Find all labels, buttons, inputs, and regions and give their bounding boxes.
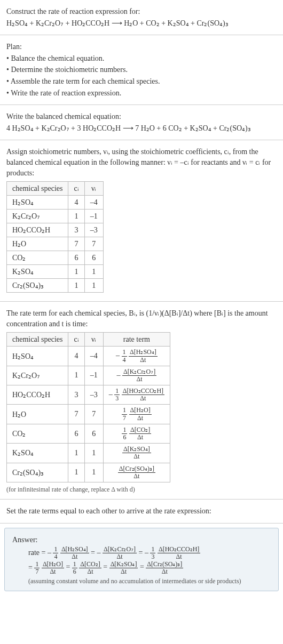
final-title: Set the rate terms equal to each other t… — [6, 506, 277, 517]
cell-species: Cr₂(SO₄)₃ — [7, 279, 68, 293]
cell-c: 6 — [68, 251, 84, 265]
table-row: Cr₂(SO₄)₃11Δ[Cr₂(SO₄)₃]Δt — [7, 463, 170, 482]
cell-v: –4 — [84, 347, 103, 366]
table-row: K₂Cr₂O₇1–1 — [7, 210, 104, 223]
header-equation: H₂SO₄ + K₂Cr₂O₇ + HO₂CCO₂H ⟶ H₂O + CO₂ +… — [6, 18, 277, 29]
cell-species: HO₂CCO₂H — [7, 223, 68, 237]
cell-c: 3 — [68, 385, 84, 405]
cell-v: 6 — [84, 251, 103, 265]
cell-c: 1 — [68, 279, 84, 293]
cell-c: 1 — [68, 366, 84, 385]
table-row: H₂SO₄4–4 — [7, 196, 104, 210]
answer-label: Answer: — [12, 535, 271, 545]
table-header-row: chemical species cᵢ νᵢ — [7, 182, 104, 196]
cell-c: 3 — [68, 223, 84, 237]
table-header-row: chemical species cᵢ νᵢ rate term — [7, 333, 170, 347]
cell-species: H₂SO₄ — [7, 196, 68, 210]
col-species: chemical species — [7, 182, 68, 196]
cell-v: 1 — [84, 463, 103, 482]
table-row: HO₂CCO₂H3–3– 13 Δ[HO₂CCO₂H]Δt — [7, 385, 170, 405]
cell-species: Cr₂(SO₄)₃ — [7, 463, 68, 482]
rateterm-note: (for infinitesimal rate of change, repla… — [6, 486, 277, 494]
rate-prefix: rate = — [28, 549, 45, 557]
header-section: Construct the rate of reaction expressio… — [0, 0, 283, 35]
answer-box: Answer: rate = – 14 Δ[H₂SO₄]Δt = – Δ[K₂C… — [4, 528, 279, 591]
cell-c: 4 — [68, 347, 84, 366]
table-row: K₂SO₄11Δ[K₂SO₄]Δt — [7, 444, 170, 463]
cell-species: K₂Cr₂O₇ — [7, 366, 68, 385]
cell-species: H₂O — [7, 405, 68, 424]
col-v: νᵢ — [84, 333, 103, 347]
cell-v: –3 — [84, 385, 103, 405]
rateterm-section: The rate term for each chemical species,… — [0, 302, 283, 500]
cell-species: HO₂CCO₂H — [7, 385, 68, 405]
col-rate: rate term — [103, 333, 170, 347]
stoich-intro: Assign stoichiometric numbers, νᵢ, using… — [6, 147, 277, 178]
cell-v: 1 — [84, 265, 103, 279]
answer-expression-line2: = 17 Δ[H₂O]Δt = 16 Δ[CO₂]Δt = Δ[K₂SO₄]Δt… — [12, 561, 271, 575]
stoich-table: chemical species cᵢ νᵢ H₂SO₄4–4K₂Cr₂O₇1–… — [6, 181, 104, 293]
cell-v: –1 — [84, 366, 103, 385]
table-row: HO₂CCO₂H3–3 — [7, 223, 104, 237]
cell-species: H₂O — [7, 237, 68, 251]
cell-c: 6 — [68, 424, 84, 443]
cell-species: CO₂ — [7, 251, 68, 265]
col-species: chemical species — [7, 333, 68, 347]
cell-c: 7 — [68, 237, 84, 251]
table-row: CO₂6616 Δ[CO₂]Δt — [7, 424, 170, 443]
plan-title: Plan: — [6, 42, 277, 52]
plan-section: Plan: • Balance the chemical equation. •… — [0, 35, 283, 105]
balanced-section: Write the balanced chemical equation: 4 … — [0, 105, 283, 140]
eq-sign: = — [28, 563, 33, 571]
cell-rate-term: – 13 Δ[HO₂CCO₂H]Δt — [103, 385, 170, 405]
cell-v: –3 — [84, 223, 103, 237]
final-section: Set the rate terms equal to each other t… — [0, 500, 283, 524]
table-row: H₂O77 — [7, 237, 104, 251]
table-row: CO₂66 — [7, 251, 104, 265]
table-row: K₂SO₄11 — [7, 265, 104, 279]
cell-rate-term: 17 Δ[H₂O]Δt — [103, 405, 170, 424]
balanced-title: Write the balanced chemical equation: — [6, 111, 277, 122]
col-c: cᵢ — [68, 333, 84, 347]
col-c: cᵢ — [68, 182, 84, 196]
cell-rate-term: Δ[K₂SO₄]Δt — [103, 444, 170, 463]
cell-c: 1 — [68, 265, 84, 279]
header-title: Construct the rate of reaction expressio… — [6, 6, 277, 17]
rateterm-intro: The rate term for each chemical species,… — [6, 308, 277, 329]
plan-item: • Determine the stoichiometric numbers. — [6, 65, 277, 75]
plan-item: • Balance the chemical equation. — [6, 53, 277, 64]
cell-c: 1 — [68, 210, 84, 223]
cell-v: 7 — [84, 405, 103, 424]
answer-note: (assuming constant volume and no accumul… — [12, 577, 271, 585]
plan-item: • Write the rate of reaction expression. — [6, 88, 277, 99]
cell-species: K₂Cr₂O₇ — [7, 210, 68, 223]
balanced-equation: 4 H₂SO₄ + K₂Cr₂O₇ + 3 HO₂CCO₂H ⟶ 7 H₂O +… — [6, 123, 277, 134]
answer-expression: rate = – 14 Δ[H₂SO₄]Δt = – Δ[K₂Cr₂O₇]Δt … — [12, 546, 271, 560]
cell-rate-term: Δ[Cr₂(SO₄)₃]Δt — [103, 463, 170, 482]
cell-species: K₂SO₄ — [7, 444, 68, 463]
rateterm-table: chemical species cᵢ νᵢ rate term H₂SO₄4–… — [6, 332, 170, 482]
cell-c: 1 — [68, 463, 84, 482]
table-row: H₂SO₄4–4– 14 Δ[H₂SO₄]Δt — [7, 347, 170, 366]
table-row: Cr₂(SO₄)₃11 — [7, 279, 104, 293]
cell-rate-term: – 14 Δ[H₂SO₄]Δt — [103, 347, 170, 366]
table-row: H₂O7717 Δ[H₂O]Δt — [7, 405, 170, 424]
cell-rate-term: – Δ[K₂Cr₂O₇]Δt — [103, 366, 170, 385]
cell-v: 6 — [84, 424, 103, 443]
cell-v: 1 — [84, 279, 103, 293]
cell-v: –1 — [84, 210, 103, 223]
cell-c: 1 — [68, 444, 84, 463]
cell-c: 7 — [68, 405, 84, 424]
cell-v: 7 — [84, 237, 103, 251]
table-row: K₂Cr₂O₇1–1– Δ[K₂Cr₂O₇]Δt — [7, 366, 170, 385]
cell-c: 4 — [68, 196, 84, 210]
cell-rate-term: 16 Δ[CO₂]Δt — [103, 424, 170, 443]
stoich-section: Assign stoichiometric numbers, νᵢ, using… — [0, 140, 283, 302]
cell-species: K₂SO₄ — [7, 265, 68, 279]
cell-v: 1 — [84, 444, 103, 463]
cell-species: CO₂ — [7, 424, 68, 443]
col-v: νᵢ — [84, 182, 103, 196]
plan-item: • Assemble the rate term for each chemic… — [6, 76, 277, 87]
cell-v: –4 — [84, 196, 103, 210]
cell-species: H₂SO₄ — [7, 347, 68, 366]
